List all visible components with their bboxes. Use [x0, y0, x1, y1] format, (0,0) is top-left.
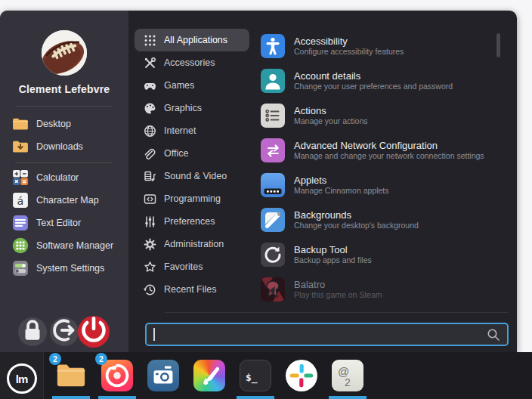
app-backgrounds[interactable]: Backgrounds Change your desktop's backgr… [253, 203, 492, 237]
app-title: Accessibility [294, 36, 404, 47]
internet-icon [144, 125, 156, 138]
category-label: Favorites [164, 261, 203, 272]
sidebar-app-system-settings[interactable]: System Settings [0, 257, 128, 280]
app-advanced-network-configuration[interactable]: Advanced Network Configuration Manage an… [253, 133, 492, 168]
category-graphics[interactable]: Graphics [135, 97, 249, 119]
category-internet[interactable]: Internet [135, 119, 249, 142]
taskbar: lm 2 2 $_ @2 [0, 352, 532, 399]
place-downloads[interactable]: Downloads [0, 135, 128, 158]
sidebar-divider [15, 106, 112, 107]
balatro-icon [261, 277, 285, 302]
category-label: Office [164, 148, 188, 159]
terminal-icon: $_ [240, 360, 271, 391]
category-recent-files[interactable]: Recent Files [135, 278, 249, 301]
sidebar-item-label: Calculator [36, 172, 79, 183]
category-label: Accessories [164, 57, 215, 68]
preferences-icon [144, 215, 156, 228]
app-description: Backup apps and files [294, 255, 372, 265]
taskbar-screenshot[interactable] [147, 352, 180, 399]
taskbar-slack[interactable] [285, 352, 318, 399]
text-cursor [153, 328, 155, 341]
category-programming[interactable]: Programming [135, 187, 249, 210]
app-accessibility[interactable]: Accessibility Configure accessibility fe… [253, 29, 492, 63]
lock-screen-button[interactable] [18, 317, 47, 346]
favorites-icon [144, 261, 156, 274]
applets-icon [261, 173, 285, 197]
system-settings-icon [12, 260, 29, 277]
category-administration[interactable]: Administration [135, 233, 249, 255]
category-games[interactable]: Games [135, 74, 249, 97]
sidebar-item-label: Text Editor [36, 218, 81, 228]
app-description: Manage and change your network connectio… [294, 151, 484, 161]
app-applets[interactable]: Applets Manage Cinnamon applets [253, 168, 492, 203]
notification-badge: 2 [49, 353, 61, 365]
app-description: Configure accessibility features [294, 47, 404, 57]
category-label: Recent Files [164, 284, 216, 295]
category-label: Preferences [164, 216, 215, 227]
app-title: Balatro [294, 279, 382, 290]
app-description: Manage Cinnamon applets [294, 186, 389, 196]
category-all-applications[interactable]: All Applications [135, 29, 249, 51]
app-description: Manage your actions [294, 116, 367, 126]
app-title: Advanced Network Configuration [294, 140, 484, 151]
taskbar-terminal[interactable]: $_ [239, 352, 272, 399]
app-account-details[interactable]: Account details Change your user prefere… [253, 63, 492, 98]
firefox-icon [101, 360, 133, 391]
text-editor-icon [12, 215, 29, 231]
app-description: Change your user preferences and passwor… [294, 82, 453, 91]
sidebar-app-calculator[interactable]: Calculator [0, 166, 128, 189]
scrollbar[interactable] [496, 33, 500, 57]
backgrounds-icon [261, 208, 285, 232]
sound-video-icon [144, 170, 156, 183]
category-label: Internet [164, 125, 196, 136]
sidebar-app-character-map[interactable]: á Character Map [0, 189, 128, 212]
svg-text:á: á [17, 195, 24, 207]
sidebar-item-label: Software Manager [36, 240, 113, 251]
mint-menu-button[interactable]: lm [7, 363, 37, 394]
sidebar-app-text-editor[interactable]: Text Editor [0, 212, 128, 234]
app-actions[interactable]: Actions Manage your actions [253, 98, 492, 133]
taskbar-firefox[interactable]: 2 [101, 352, 134, 399]
app-backup-tool[interactable]: Backup Tool Backup apps and files [253, 237, 492, 272]
logout-icon [50, 316, 79, 348]
app-description: Play this game on Steam [294, 290, 382, 300]
user-avatar[interactable] [42, 30, 87, 76]
category-favorites[interactable]: Favorites [135, 255, 249, 278]
taskbar-image-editor[interactable] [193, 352, 226, 399]
office-icon [144, 147, 156, 160]
folder-icon [12, 116, 29, 132]
sidebar-item-label: Desktop [36, 119, 71, 129]
running-indicator [98, 396, 136, 399]
sidebar-app-software-manager[interactable]: Software Manager [0, 234, 128, 257]
search-input[interactable] [147, 329, 486, 340]
place-desktop[interactable]: Desktop [0, 113, 128, 135]
taskbar-characters[interactable]: @2 [331, 352, 364, 399]
games-icon [144, 79, 156, 92]
app-title: Backgrounds [294, 209, 419, 221]
folder-download-icon [12, 138, 29, 155]
app-balatro[interactable]: Balatro Play this game on Steam [253, 272, 492, 307]
category-label: Sound & Video [164, 171, 227, 181]
category-preferences[interactable]: Preferences [135, 210, 249, 233]
logout-button[interactable] [50, 317, 79, 346]
user-name: Clement Lefebvre [0, 83, 128, 95]
charmap-icon: á [12, 192, 29, 209]
app-title: Applets [294, 175, 389, 186]
shutdown-button[interactable] [78, 316, 110, 348]
category-office[interactable]: Office [135, 142, 249, 165]
category-accessories[interactable]: Accessories [135, 51, 249, 74]
category-label: Games [164, 80, 194, 91]
sidebar-item-label: Downloads [36, 141, 83, 152]
application-list: Accessibility Configure accessibility fe… [253, 29, 492, 319]
category-sound-video[interactable]: Sound & Video [135, 165, 249, 187]
running-indicator [237, 396, 274, 399]
app-title: Backup Tool [294, 244, 372, 255]
accessories-icon [144, 57, 156, 70]
app-title: Actions [294, 105, 367, 116]
running-indicator [329, 396, 367, 399]
session-buttons [18, 314, 116, 348]
backup-icon [261, 243, 285, 267]
taskbar-files[interactable]: 2 [54, 352, 88, 399]
cinnamon-menu: Clement Lefebvre Desktop Downloads Calcu… [0, 11, 517, 352]
actions-icon [261, 104, 285, 128]
